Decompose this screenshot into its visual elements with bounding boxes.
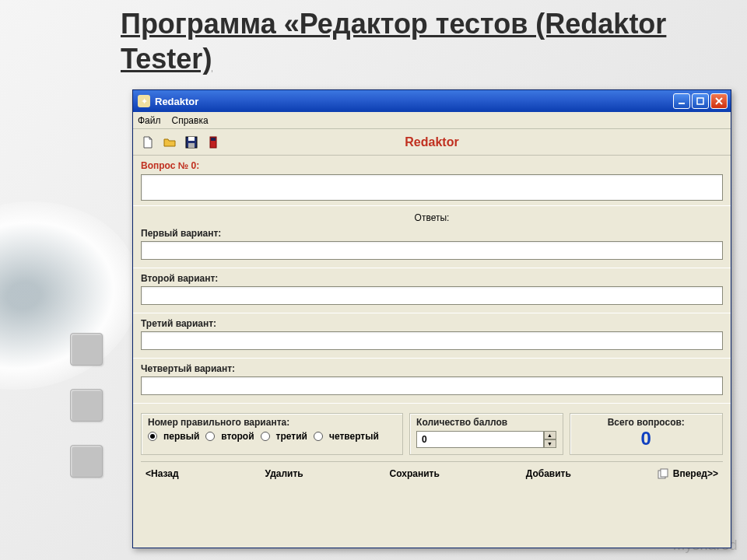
- divider: [133, 403, 731, 404]
- points-label: Количество баллов: [416, 417, 556, 428]
- maximize-icon: [696, 97, 704, 105]
- variant1-input[interactable]: [141, 241, 723, 260]
- total-questions-value: 0: [577, 428, 716, 450]
- svg-rect-8: [211, 138, 216, 141]
- titlebar[interactable]: ✦ Redaktor: [133, 90, 731, 112]
- app-icon: ✦: [138, 95, 150, 107]
- back-button[interactable]: <Назад: [146, 468, 179, 479]
- toolbar-title: Redaktor: [133, 135, 731, 149]
- svg-rect-6: [188, 143, 195, 148]
- close-button[interactable]: [710, 93, 728, 109]
- divider: [133, 268, 731, 268]
- radio-fourth[interactable]: [314, 432, 323, 441]
- new-file-button[interactable]: [141, 135, 155, 149]
- variant4-label: Четвертый вариант:: [141, 363, 723, 374]
- device-icon: [209, 136, 218, 149]
- correct-answer-label: Номер правильного варианта:: [148, 417, 396, 428]
- navigation-bar: <Назад Удалить Сохранить Добавить Вперед…: [141, 461, 723, 485]
- question-input[interactable]: [141, 174, 723, 201]
- radio-third[interactable]: [261, 432, 270, 441]
- open-file-button[interactable]: [163, 135, 177, 149]
- variant2-input[interactable]: [141, 286, 723, 305]
- app-window: ✦ Redaktor Файл Справка: [132, 89, 731, 548]
- variant3-input[interactable]: [141, 331, 723, 350]
- toolbar: Redaktor: [133, 129, 731, 156]
- menu-help[interactable]: Справка: [172, 115, 209, 126]
- points-spinner[interactable]: 0 ▲ ▼: [416, 431, 556, 448]
- spinner-down-button[interactable]: ▼: [544, 439, 556, 448]
- decorative-square: [70, 333, 103, 366]
- divider: [133, 313, 731, 313]
- question-label: Вопрос № 0:: [141, 160, 723, 171]
- new-file-icon: [142, 136, 154, 149]
- delete-button[interactable]: Удалить: [265, 468, 303, 479]
- answers-header: Ответы:: [141, 211, 723, 225]
- document-stack-icon: [658, 468, 670, 479]
- floppy-disk-icon: [185, 136, 198, 149]
- decorative-square: [70, 389, 103, 422]
- radio-first-label: первый: [163, 431, 199, 442]
- decorative-square: [70, 445, 103, 478]
- divider: [133, 205, 731, 206]
- window-title: Redaktor: [155, 96, 673, 107]
- correct-answer-panel: Номер правильного варианта: первый второ…: [141, 413, 403, 455]
- radio-first[interactable]: [148, 432, 157, 441]
- radio-second[interactable]: [205, 432, 215, 441]
- points-value[interactable]: 0: [416, 431, 543, 448]
- svg-rect-10: [661, 469, 668, 477]
- close-icon: [715, 97, 723, 105]
- add-button[interactable]: Добавить: [526, 468, 571, 479]
- points-panel: Количество баллов 0 ▲ ▼: [409, 413, 563, 455]
- menubar: Файл Справка: [133, 112, 731, 129]
- total-questions-panel: Всего вопросов: 0: [570, 413, 723, 455]
- svg-rect-1: [697, 98, 703, 104]
- variant1-label: Первый вариант:: [141, 228, 723, 239]
- device-button[interactable]: [206, 135, 220, 149]
- radio-second-label: второй: [221, 431, 254, 442]
- maximize-button[interactable]: [692, 93, 709, 109]
- save-file-button[interactable]: [184, 135, 198, 149]
- minimize-icon: [678, 97, 686, 105]
- client-area: Вопрос № 0: Ответы: Первый вариант: Втор…: [133, 156, 731, 548]
- slide-title: Программа «Редактор тестов (Redaktor Tes…: [121, 6, 720, 76]
- total-questions-label: Всего вопросов:: [577, 417, 716, 428]
- variant3-label: Третий вариант:: [141, 318, 723, 329]
- variant4-input[interactable]: [141, 376, 723, 395]
- minimize-button[interactable]: [673, 93, 690, 109]
- spinner-up-button[interactable]: ▲: [544, 431, 556, 439]
- svg-rect-5: [188, 137, 195, 141]
- radio-third-label: третий: [276, 431, 307, 442]
- variant2-label: Второй вариант:: [141, 273, 723, 284]
- radio-fourth-label: четвертый: [329, 431, 379, 442]
- menu-file[interactable]: Файл: [138, 115, 161, 126]
- divider: [133, 358, 731, 359]
- save-button[interactable]: Сохранить: [390, 468, 440, 479]
- open-folder-icon: [163, 136, 177, 149]
- forward-button[interactable]: Вперед>>: [658, 468, 718, 479]
